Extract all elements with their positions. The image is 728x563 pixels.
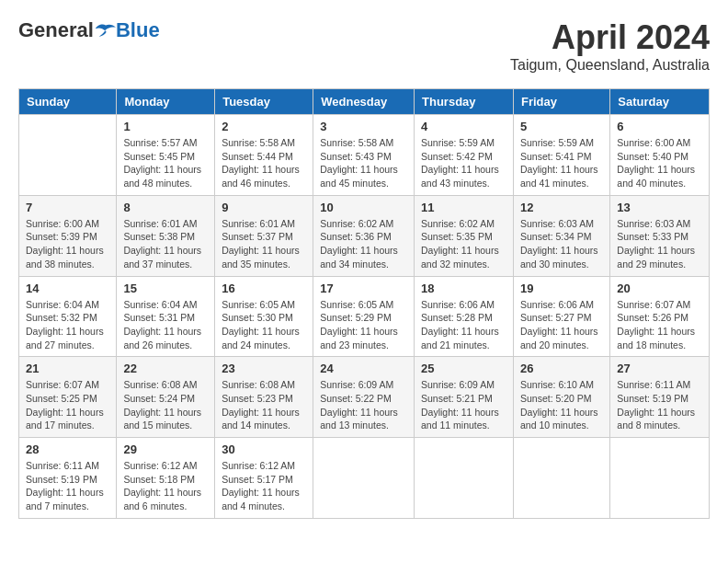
calendar-week-row: 21Sunrise: 6:07 AM Sunset: 5:25 PM Dayli… (19, 357, 710, 438)
day-number: 23 (222, 362, 306, 375)
calendar-cell: 26Sunrise: 6:10 AM Sunset: 5:20 PM Dayli… (513, 357, 609, 438)
day-number: 19 (520, 282, 603, 295)
calendar-cell: 1Sunrise: 5:57 AM Sunset: 5:45 PM Daylig… (117, 115, 215, 196)
day-number: 21 (26, 362, 109, 375)
day-number: 16 (222, 282, 306, 295)
calendar-cell: 27Sunrise: 6:11 AM Sunset: 5:19 PM Dayli… (610, 357, 710, 438)
location-text: Taigum, Queensland, Australia (510, 57, 710, 74)
calendar-cell: 15Sunrise: 6:04 AM Sunset: 5:31 PM Dayli… (117, 276, 215, 357)
day-number: 12 (520, 201, 603, 214)
month-title: April 2024 (510, 18, 710, 57)
day-info: Sunrise: 5:58 AM Sunset: 5:43 PM Dayligh… (320, 136, 407, 190)
calendar-cell: 10Sunrise: 6:02 AM Sunset: 5:36 PM Dayli… (313, 195, 415, 276)
calendar-week-row: 14Sunrise: 6:04 AM Sunset: 5:32 PM Dayli… (19, 276, 710, 357)
day-info: Sunrise: 6:09 AM Sunset: 5:22 PM Dayligh… (320, 378, 407, 432)
calendar-cell: 19Sunrise: 6:06 AM Sunset: 5:27 PM Dayli… (513, 276, 609, 357)
day-info: Sunrise: 6:08 AM Sunset: 5:24 PM Dayligh… (123, 378, 208, 432)
day-number: 13 (617, 201, 702, 214)
calendar-body: 1Sunrise: 5:57 AM Sunset: 5:45 PM Daylig… (19, 115, 710, 519)
title-area: April 2024 Taigum, Queensland, Australia (510, 18, 710, 74)
day-number: 22 (123, 362, 208, 375)
calendar-cell: 6Sunrise: 6:00 AM Sunset: 5:40 PM Daylig… (610, 115, 710, 196)
calendar-cell (610, 438, 710, 519)
day-info: Sunrise: 5:58 AM Sunset: 5:44 PM Dayligh… (222, 136, 306, 190)
calendar-cell: 25Sunrise: 6:09 AM Sunset: 5:21 PM Dayli… (415, 357, 514, 438)
calendar-cell (313, 438, 415, 519)
day-info: Sunrise: 5:57 AM Sunset: 5:45 PM Dayligh… (123, 136, 208, 190)
day-info: Sunrise: 5:59 AM Sunset: 5:42 PM Dayligh… (421, 136, 506, 190)
calendar-cell: 18Sunrise: 6:06 AM Sunset: 5:28 PM Dayli… (415, 276, 514, 357)
calendar-cell: 30Sunrise: 6:12 AM Sunset: 5:17 PM Dayli… (215, 438, 313, 519)
day-number: 26 (520, 362, 603, 375)
day-number: 11 (421, 201, 506, 214)
day-info: Sunrise: 6:07 AM Sunset: 5:26 PM Dayligh… (617, 298, 702, 352)
day-info: Sunrise: 6:12 AM Sunset: 5:18 PM Dayligh… (123, 459, 208, 513)
calendar-cell: 20Sunrise: 6:07 AM Sunset: 5:26 PM Dayli… (610, 276, 710, 357)
calendar-cell: 21Sunrise: 6:07 AM Sunset: 5:25 PM Dayli… (19, 357, 117, 438)
day-info: Sunrise: 6:06 AM Sunset: 5:28 PM Dayligh… (421, 298, 506, 352)
day-number: 6 (617, 120, 702, 133)
day-info: Sunrise: 6:07 AM Sunset: 5:25 PM Dayligh… (26, 378, 109, 432)
day-number: 17 (320, 282, 407, 295)
day-number: 18 (421, 282, 506, 295)
day-number: 15 (123, 282, 208, 295)
day-info: Sunrise: 6:04 AM Sunset: 5:32 PM Dayligh… (26, 298, 109, 352)
calendar-cell: 9Sunrise: 6:01 AM Sunset: 5:37 PM Daylig… (215, 195, 313, 276)
day-info: Sunrise: 5:59 AM Sunset: 5:41 PM Dayligh… (520, 136, 603, 190)
calendar-header-wednesday: Wednesday (313, 89, 415, 115)
day-info: Sunrise: 6:11 AM Sunset: 5:19 PM Dayligh… (26, 459, 109, 513)
day-info: Sunrise: 6:11 AM Sunset: 5:19 PM Dayligh… (617, 378, 702, 432)
day-info: Sunrise: 6:02 AM Sunset: 5:36 PM Dayligh… (320, 217, 407, 271)
day-number: 3 (320, 120, 407, 133)
day-number: 29 (123, 442, 208, 456)
day-number: 5 (520, 120, 603, 133)
day-info: Sunrise: 6:01 AM Sunset: 5:38 PM Dayligh… (123, 217, 208, 271)
logo: General Blue (18, 18, 160, 42)
calendar-cell: 28Sunrise: 6:11 AM Sunset: 5:19 PM Dayli… (19, 438, 117, 519)
day-info: Sunrise: 6:05 AM Sunset: 5:29 PM Dayligh… (320, 298, 407, 352)
calendar-cell: 3Sunrise: 5:58 AM Sunset: 5:43 PM Daylig… (313, 115, 415, 196)
calendar-cell: 8Sunrise: 6:01 AM Sunset: 5:38 PM Daylig… (117, 195, 215, 276)
logo-general-text: General (18, 18, 94, 42)
calendar-cell: 12Sunrise: 6:03 AM Sunset: 5:34 PM Dayli… (513, 195, 609, 276)
day-number: 14 (26, 282, 109, 295)
calendar-cell: 22Sunrise: 6:08 AM Sunset: 5:24 PM Dayli… (117, 357, 215, 438)
calendar-header-monday: Monday (117, 89, 215, 115)
calendar-cell: 24Sunrise: 6:09 AM Sunset: 5:22 PM Dayli… (313, 357, 415, 438)
calendar-cell: 11Sunrise: 6:02 AM Sunset: 5:35 PM Dayli… (415, 195, 514, 276)
page-header: General Blue April 2024 Taigum, Queensla… (18, 18, 710, 74)
calendar-week-row: 28Sunrise: 6:11 AM Sunset: 5:19 PM Dayli… (19, 438, 710, 519)
day-number: 27 (617, 362, 702, 375)
day-number: 10 (320, 201, 407, 214)
calendar-cell: 7Sunrise: 6:00 AM Sunset: 5:39 PM Daylig… (19, 195, 117, 276)
calendar-header-saturday: Saturday (610, 89, 710, 115)
day-number: 30 (222, 442, 306, 456)
calendar-cell: 5Sunrise: 5:59 AM Sunset: 5:41 PM Daylig… (513, 115, 609, 196)
day-info: Sunrise: 6:03 AM Sunset: 5:33 PM Dayligh… (617, 217, 702, 271)
day-info: Sunrise: 6:05 AM Sunset: 5:30 PM Dayligh… (222, 298, 306, 352)
calendar-header-thursday: Thursday (415, 89, 514, 115)
logo-blue-text: Blue (116, 18, 160, 42)
calendar-cell: 29Sunrise: 6:12 AM Sunset: 5:18 PM Dayli… (117, 438, 215, 519)
calendar-table: SundayMondayTuesdayWednesdayThursdayFrid… (18, 88, 710, 519)
day-number: 2 (222, 120, 306, 133)
calendar-cell: 4Sunrise: 5:59 AM Sunset: 5:42 PM Daylig… (415, 115, 514, 196)
calendar-header-sunday: Sunday (19, 89, 117, 115)
day-number: 20 (617, 282, 702, 295)
day-number: 24 (320, 362, 407, 375)
day-number: 7 (26, 201, 109, 214)
calendar-header-row: SundayMondayTuesdayWednesdayThursdayFrid… (19, 89, 710, 115)
day-number: 4 (421, 120, 506, 133)
calendar-cell (513, 438, 609, 519)
day-number: 8 (123, 201, 208, 214)
day-number: 9 (222, 201, 306, 214)
day-number: 25 (421, 362, 506, 375)
day-info: Sunrise: 6:01 AM Sunset: 5:37 PM Dayligh… (222, 217, 306, 271)
day-info: Sunrise: 6:08 AM Sunset: 5:23 PM Dayligh… (222, 378, 306, 432)
calendar-header-friday: Friday (513, 89, 609, 115)
logo-bird-icon (96, 20, 116, 40)
calendar-cell (415, 438, 514, 519)
calendar-header-tuesday: Tuesday (215, 89, 313, 115)
calendar-cell: 14Sunrise: 6:04 AM Sunset: 5:32 PM Dayli… (19, 276, 117, 357)
day-info: Sunrise: 6:00 AM Sunset: 5:39 PM Dayligh… (26, 217, 109, 271)
